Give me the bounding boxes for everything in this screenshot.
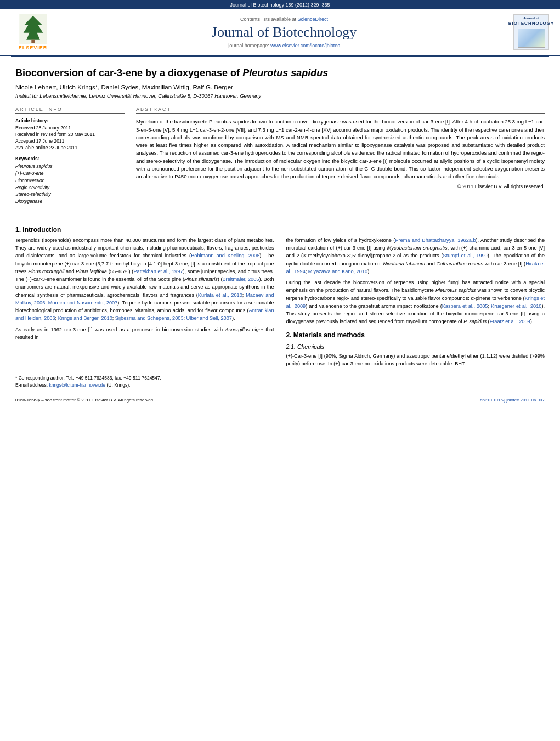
section2-heading: 2. Materials and methods [286, 331, 545, 339]
ref-pattekhan[interactable]: Pattekhan et al., 1997 [133, 269, 183, 274]
keyword-2: (+)-Car-3-ene [15, 170, 125, 177]
article-header: Bioconversion of car-3-ene by a dioxygen… [0, 57, 560, 220]
subsection-heading: 2.1. Chemicals [286, 343, 545, 350]
email-link[interactable]: krings@lci.uni-hannover.de [49, 382, 105, 388]
ref-kruegener[interactable]: Kruegener et al., 2010 [491, 303, 541, 309]
ref-breitmaier[interactable]: Breitmaier, 2005 [222, 276, 259, 282]
keywords-label: Keywords: [15, 156, 125, 161]
footnote-email: E-mail address: krings@lci.uni-hannover.… [15, 382, 545, 389]
section1-heading: 1. Introduction [15, 226, 545, 234]
history-label: Article history: [15, 118, 125, 123]
sciencedirect-notice: Contents lists available at ScienceDirec… [55, 16, 513, 22]
ref-kaspera[interactable]: Kaspera et al., 2005 [442, 303, 488, 309]
journal-homepage: journal homepage: www.elsevier.com/locat… [55, 43, 513, 48]
ref-moreira[interactable]: Moreira and Nascimento, 2007 [48, 300, 118, 306]
body-content: 1. Introduction Terpenoids (isoprenoids)… [0, 226, 560, 371]
doi-link[interactable]: doi:10.1016/j.jbiotec.2011.06.007 [480, 398, 545, 403]
journal-name: Journal of Biotechnology [55, 24, 513, 41]
elsevier-text: ELSEVIER [19, 45, 48, 50]
keyword-4: Regio-selectivity [15, 184, 125, 191]
abstract-text: Mycelium of the basidiomycete Pleurotus … [136, 118, 545, 180]
homepage-link[interactable]: www.elsevier.com/locate/jbiotec [270, 43, 340, 48]
body-two-col: Terpenoids (isoprenoids) encompass more … [15, 236, 545, 371]
footer-doi: doi:10.1016/j.jbiotec.2011.06.007 [480, 398, 545, 403]
journal-citation: Journal of Biotechnology 159 (2012) 329–… [230, 2, 330, 8]
keywords-section: Keywords: Pleurotus sapidus (+)-Car-3-en… [15, 156, 125, 205]
page-container: Journal of Biotechnology 159 (2012) 329–… [0, 0, 560, 741]
ref-prema[interactable]: Prema and Bhattacharyya, 1962a,b [395, 237, 476, 243]
affiliation: Institut für Lebensmittelchemie, Leibniz… [15, 93, 545, 99]
received-date: Received 28 January 2011 [15, 125, 125, 131]
keyword-3: Bioconversion [15, 177, 125, 184]
svg-rect-2 [31, 40, 35, 43]
ref-miyazawa[interactable]: Miyazawa and Kano, 2010 [308, 269, 367, 274]
article-info-panel: ARTICLE INFO Article history: Received 2… [15, 106, 125, 205]
available-date: Available online 23 June 2011 [15, 145, 125, 150]
abstract-label: ABSTRACT [136, 106, 545, 114]
body-right-col: the formation of low yields of a hydroxy… [286, 236, 545, 371]
sciencedirect-link[interactable]: ScienceDirect [298, 16, 329, 22]
journal-title-block: Contents lists available at ScienceDirec… [55, 16, 513, 48]
journal-header: ELSEVIER Contents lists available at Sci… [0, 9, 560, 56]
keyword-6: Dioxygenase [15, 198, 125, 205]
accepted-date: Accepted 17 June 2011 [15, 138, 125, 144]
ref-ulber[interactable]: Ulber and Sell, 2007 [186, 315, 232, 321]
body-para-5: (+)-Car-3-ene [I] (90%, Sigma Aldrich, G… [286, 352, 545, 368]
ref-kurlata[interactable]: Kurlata et al., 2010 [198, 292, 242, 298]
article-info-label: ARTICLE INFO [15, 106, 125, 114]
elsevier-tree-icon [18, 14, 48, 44]
abstract-panel: ABSTRACT Mycelium of the basidiomycete P… [136, 106, 545, 205]
body-para-3: the formation of low yields of a hydroxy… [286, 236, 545, 275]
ref-sijbesma[interactable]: Sijbesma and Schepens, 2003 [115, 315, 184, 321]
body-para-2: As early as in 1962 car-3-ene [I] was us… [15, 326, 274, 342]
body-para-1: Terpenoids (isoprenoids) encompass more … [15, 236, 274, 323]
keyword-1: Pleurotus sapidus [15, 163, 125, 170]
body-left-col: Terpenoids (isoprenoids) encompass more … [15, 236, 274, 371]
ref-bohlmann[interactable]: Bohlmann and Keeling, 2008 [191, 253, 259, 258]
footnote-area: * Corresponding author. Tel.: +49 511 76… [15, 371, 545, 389]
elsevier-logo: ELSEVIER [11, 14, 55, 50]
author-list: Nicole Lehnert, Ulrich Krings*, Daniel S… [15, 84, 545, 90]
keyword-5: Stereo-selectivity [15, 191, 125, 198]
article-info-abstract: ARTICLE INFO Article history: Received 2… [15, 106, 545, 205]
copyright: © 2011 Elsevier B.V. All rights reserved… [136, 184, 545, 189]
ref-fraatz[interactable]: Fraatz et al., 2009 [490, 319, 530, 324]
revised-date: Received in revised form 20 May 2011 [15, 132, 125, 137]
ref-krings[interactable]: Krings and Berger, 2010 [58, 315, 112, 321]
journal-thumbnail: Journal of BIOTECHNOLOGY [513, 14, 549, 50]
top-bar: Journal of Biotechnology 159 (2012) 329–… [0, 0, 560, 9]
footer-bar: 0168-1656/$ – see front matter © 2011 El… [0, 394, 560, 405]
footer-issn: 0168-1656/$ – see front matter © 2011 El… [15, 398, 154, 403]
ref-stumpf[interactable]: Stumpf et al., 1990 [443, 253, 488, 258]
article-title: Bioconversion of car-3-ene by a dioxygen… [15, 67, 545, 80]
body-para-4: During the last decade the bioconversion… [286, 279, 545, 326]
footnote-corresponding: * Corresponding author. Tel.: +49 511 76… [15, 375, 545, 382]
